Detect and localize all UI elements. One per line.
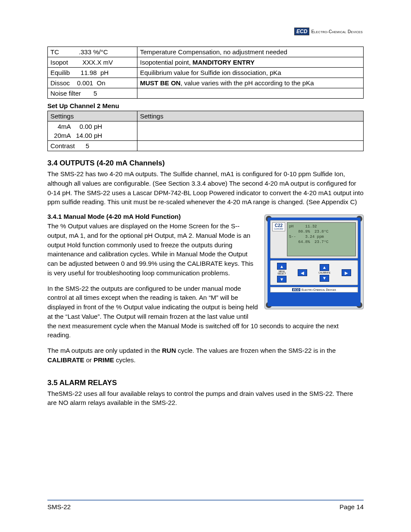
menu-select-label: MENU SELECT bbox=[277, 271, 286, 275]
lcd-line: pH 11.32 bbox=[289, 224, 317, 229]
text-bold: RUN bbox=[162, 347, 176, 354]
heading-3-4: 3.4 OUTPUTS (4-20 mA Channels) bbox=[47, 159, 364, 168]
arrow-up-icon: ▲ bbox=[320, 264, 329, 271]
table-row: Isopot XXX.X mV Isopotential point, MAND… bbox=[48, 57, 364, 68]
config-table-1: TC .333 %/°C Temperature Compensation, n… bbox=[47, 47, 364, 99]
text-bold: PRIME bbox=[93, 356, 114, 364]
para-3-5: TheSMS-22 uses all four available relays… bbox=[47, 389, 364, 408]
text-bold: MUST BE ON bbox=[140, 79, 181, 87]
cfg-dissoc-right: MUST BE ON, value varies with the pH acc… bbox=[137, 78, 364, 88]
para-3-4: The SMS-22 has two 4-20 mA outputs. The … bbox=[47, 169, 364, 207]
lcd-line: 80.9% 23.8°C bbox=[289, 230, 329, 234]
text-bold: CALIBRATE bbox=[47, 356, 84, 364]
cfg-noise-left: Noise filter 5 bbox=[48, 88, 137, 99]
text: Isopotential point, bbox=[140, 59, 193, 66]
settings-contrast-cell: Contrast 5 bbox=[48, 141, 137, 151]
calibrate-group: ▲ CALIBRATE ▼ bbox=[318, 264, 330, 282]
settings-ma-cell: 4mA 0.00 pH 20mA 14.00 pH bbox=[48, 121, 137, 141]
settings-ma-right bbox=[137, 121, 364, 141]
cfg-dissoc-left: Dissoc 0.001 On bbox=[48, 78, 137, 88]
arrow-right-icon: ▶ bbox=[342, 269, 351, 276]
cfg-equilib-right: Equilibrium value for Sulfide ion dissoc… bbox=[137, 68, 364, 78]
footer-right: Page 14 bbox=[339, 503, 364, 510]
brand-header: ECD Electro-Chemical Devices bbox=[294, 28, 363, 35]
settings-hdr-left: Settings bbox=[48, 111, 137, 121]
controller-display-area: C22 Controller pH 11.32 80.9% 23.8°C S--… bbox=[270, 220, 358, 258]
table-row: Contrast 5 bbox=[48, 141, 364, 151]
para-3-4-1-c: The mA outputs are only updated in the R… bbox=[47, 346, 364, 365]
text-bold: MANDITORY ENTRY bbox=[193, 59, 255, 66]
page-footer: SMS-22 Page 14 bbox=[47, 500, 364, 510]
footer-left: SMS-22 bbox=[47, 503, 71, 510]
table-row: Settings Settings bbox=[48, 111, 364, 121]
table-row: Equilib 11.98 pH Equilibrium value for S… bbox=[48, 68, 364, 78]
text: cycles. bbox=[114, 356, 136, 364]
lcd-line: 64.8% 23.7°C bbox=[289, 240, 329, 244]
table-row: Noise filter 5 bbox=[48, 88, 364, 99]
controller-buttons: ▲ MENU SELECT ▼ ◀ ▲ CALIBRATE ▼ ▶ bbox=[270, 260, 358, 285]
text: cycle. The values are frozen when the SM… bbox=[176, 347, 336, 354]
brand-abbr: ECD bbox=[292, 288, 300, 291]
arrow-down-icon: ▼ bbox=[320, 275, 329, 282]
lcd-line: S-- 3.24 ppm bbox=[289, 235, 324, 239]
cfg-isopot-left: Isopot XXX.X mV bbox=[48, 57, 137, 68]
arrow-down-icon: ▼ bbox=[277, 276, 286, 283]
controller-footer: ECD Electro-Chemical Devices bbox=[270, 287, 358, 292]
menu-select-group: ▲ MENU SELECT ▼ bbox=[277, 263, 286, 283]
text: Controller bbox=[274, 228, 283, 230]
text: or bbox=[84, 356, 94, 364]
settings-table: Settings Settings 4mA 0.00 pH 20mA 14.00… bbox=[47, 111, 364, 151]
setup-channel-2-label: Set Up Channel 2 Menu bbox=[47, 102, 364, 109]
arrow-up-icon: ▲ bbox=[277, 263, 286, 270]
controller-model-badge: C22 Controller bbox=[272, 222, 285, 231]
table-row: TC .333 %/°C Temperature Compensation, n… bbox=[48, 47, 364, 57]
calibrate-label: CALIBRATE bbox=[318, 272, 330, 274]
text: , value varies with the pH according to … bbox=[181, 79, 314, 87]
controller-face: C22 Controller pH 11.32 80.9% 23.8°C S--… bbox=[268, 218, 361, 306]
brand-logo-abbr: ECD bbox=[294, 28, 309, 35]
settings-hdr-right: Settings bbox=[137, 111, 364, 121]
brand-logo-text: Electro-Chemical Devices bbox=[311, 29, 363, 34]
cfg-noise-right bbox=[137, 88, 364, 99]
settings-contrast-right bbox=[137, 141, 364, 151]
controller-figure: C22 Controller pH 11.32 80.9% 23.8°C S--… bbox=[265, 215, 364, 309]
cfg-equilib-left: Equilib 11.98 pH bbox=[48, 68, 137, 78]
arrow-left-icon: ◀ bbox=[298, 269, 307, 276]
table-row: 4mA 0.00 pH 20mA 14.00 pH bbox=[48, 121, 364, 141]
cfg-tc-right: Temperature Compensation, no adjustment … bbox=[137, 47, 364, 57]
brand-text: Electro-Chemical Devices bbox=[302, 288, 336, 291]
text: The mA outputs are only updated in the bbox=[47, 347, 162, 354]
cfg-isopot-right: Isopotential point, MANDITORY ENTRY bbox=[137, 57, 364, 68]
cfg-tc-left: TC .333 %/°C bbox=[48, 47, 137, 57]
controller-lcd: pH 11.32 80.9% 23.8°C S-- 3.24 ppm 64.8%… bbox=[287, 222, 356, 256]
heading-3-5: 3.5 ALARM RELAYS bbox=[47, 379, 364, 387]
table-row: Dissoc 0.001 On MUST BE ON, value varies… bbox=[48, 78, 364, 88]
